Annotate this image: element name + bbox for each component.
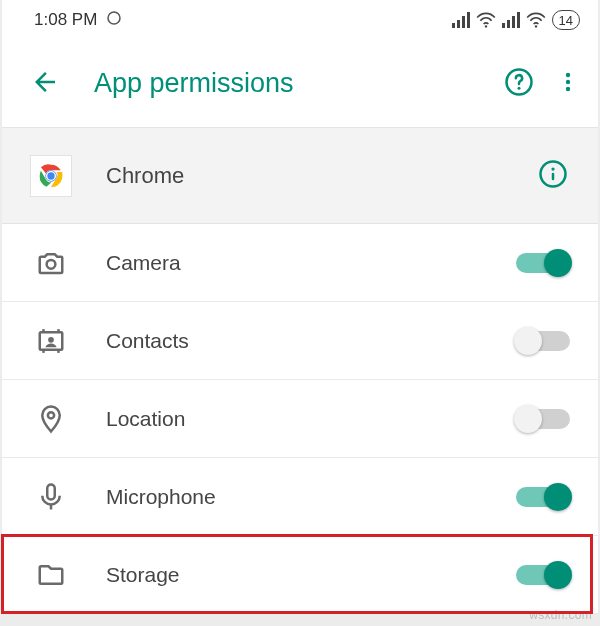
permission-row-camera[interactable]: Camera [2,224,598,302]
status-time: 1:08 PM [34,10,97,30]
battery-indicator: 14 [552,10,580,30]
svg-point-14 [566,79,570,83]
location-icon [30,404,72,434]
microphone-icon [30,482,72,512]
svg-point-20 [551,167,554,170]
wifi-icon [476,12,496,28]
help-icon[interactable] [504,67,534,101]
permission-row-contacts[interactable]: Contacts [2,302,598,380]
back-arrow-icon[interactable] [30,67,60,101]
permission-label: Microphone [106,485,516,509]
svg-point-0 [108,12,120,24]
permission-row-storage[interactable]: Storage [2,536,598,614]
info-icon[interactable] [538,159,568,193]
svg-point-13 [566,72,570,76]
permission-label: Contacts [106,329,516,353]
permission-toggle-camera[interactable] [516,253,570,273]
svg-rect-2 [457,20,460,28]
permission-row-location[interactable]: Location [2,380,598,458]
app-bar: App permissions [2,40,598,128]
svg-rect-4 [467,12,470,28]
svg-rect-9 [517,12,520,28]
svg-rect-3 [462,16,465,28]
contacts-icon [30,326,72,356]
permission-row-microphone[interactable]: Microphone [2,458,598,536]
storage-icon [30,560,72,590]
signal-icon-2 [502,12,520,28]
svg-rect-7 [507,20,510,28]
wifi-icon-2 [526,12,546,28]
svg-rect-21 [552,172,555,180]
camera-icon [30,248,72,278]
svg-point-22 [47,259,56,268]
permission-label: Location [106,407,516,431]
svg-point-12 [518,86,521,89]
svg-point-24 [48,336,54,342]
svg-point-10 [534,25,536,27]
svg-point-29 [48,412,54,418]
assistant-icon [105,9,123,32]
app-header-row: Chrome [2,128,598,224]
permission-toggle-storage[interactable] [516,565,570,585]
page-title: App permissions [94,68,504,99]
svg-point-15 [566,86,570,90]
more-menu-icon[interactable] [556,67,580,101]
permission-toggle-microphone[interactable] [516,487,570,507]
watermark: wsxdn.com [529,608,592,622]
svg-rect-30 [47,484,55,499]
permission-toggle-contacts[interactable] [516,331,570,351]
svg-point-5 [484,25,486,27]
svg-rect-6 [502,23,505,28]
svg-point-18 [47,171,56,180]
permission-toggle-location[interactable] [516,409,570,429]
svg-rect-1 [452,23,455,28]
permission-label: Camera [106,251,516,275]
signal-icon [452,12,470,28]
status-bar: 1:08 PM 14 [2,0,598,40]
permission-list: CameraContactsLocationMicrophoneStorage [2,224,598,614]
chrome-icon [30,155,72,197]
status-right: 14 [452,10,580,30]
permission-label: Storage [106,563,516,587]
app-name: Chrome [106,163,538,189]
svg-rect-8 [512,16,515,28]
